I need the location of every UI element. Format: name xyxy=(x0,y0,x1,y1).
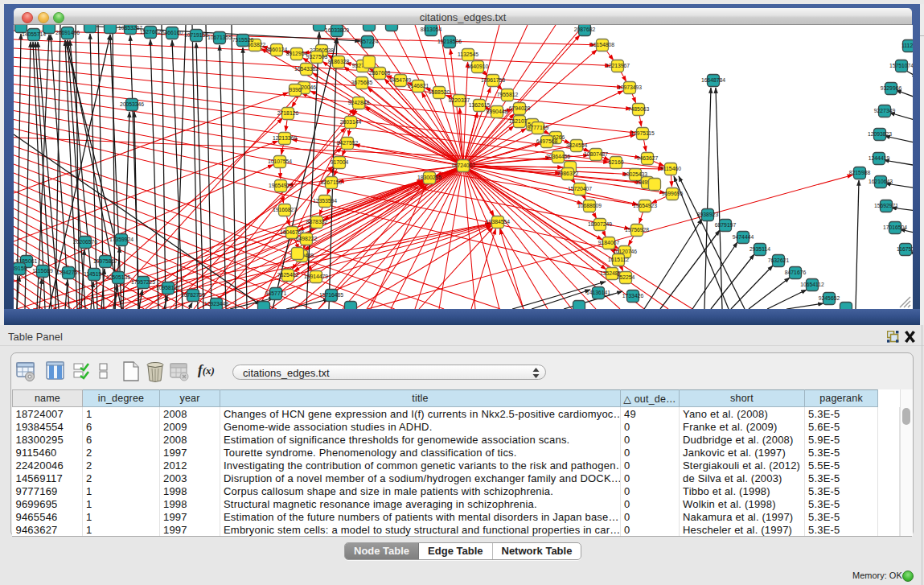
svg-text:7632621: 7632621 xyxy=(768,257,790,263)
svg-text:9327503: 9327503 xyxy=(306,54,328,60)
svg-text:8938923: 8938923 xyxy=(697,212,719,217)
svg-text:16543382: 16543382 xyxy=(294,66,318,72)
svg-text:15716485: 15716485 xyxy=(319,292,343,298)
svg-text:16648784: 16648784 xyxy=(701,77,725,83)
svg-text:1615112: 1615112 xyxy=(608,257,629,262)
svg-text:12213369: 12213369 xyxy=(273,135,297,141)
svg-text:16210643: 16210643 xyxy=(869,179,893,184)
svg-text:6466160: 6466160 xyxy=(162,30,183,35)
svg-text:9777169: 9777169 xyxy=(528,125,549,130)
svg-text:15751074: 15751074 xyxy=(889,63,913,68)
svg-text:14055714: 14055714 xyxy=(22,31,46,37)
svg-text:18724007: 18724007 xyxy=(451,163,475,168)
svg-text:15692971: 15692971 xyxy=(874,203,898,208)
svg-text:12353594: 12353594 xyxy=(313,198,337,204)
svg-text:10807487: 10807487 xyxy=(584,151,608,157)
svg-text:19654923: 19654923 xyxy=(633,203,657,208)
svg-text:16154808: 16154808 xyxy=(590,42,614,47)
svg-text:8912954: 8912954 xyxy=(286,51,308,56)
svg-text:252254: 252254 xyxy=(617,274,635,280)
svg-text:9699695: 9699695 xyxy=(662,191,684,196)
svg-text:917004: 917004 xyxy=(331,159,349,165)
svg-text:19384554: 19384554 xyxy=(486,219,510,225)
svg-text:5640910: 5640910 xyxy=(467,64,489,69)
svg-text:9242848: 9242848 xyxy=(348,100,370,105)
svg-text:10688609: 10688609 xyxy=(577,203,602,208)
svg-text:7955812: 7955812 xyxy=(497,92,519,97)
svg-text:20053346: 20053346 xyxy=(120,101,144,107)
svg-text:1733426: 1733426 xyxy=(622,293,644,299)
svg-text:12213967: 12213967 xyxy=(606,63,630,68)
svg-text:1115689: 1115689 xyxy=(32,268,53,274)
svg-text:20206576: 20206576 xyxy=(73,239,97,245)
svg-text:10671355: 10671355 xyxy=(207,35,232,40)
svg-text:9146821: 9146821 xyxy=(408,83,429,89)
svg-text:12975115: 12975115 xyxy=(630,130,655,136)
svg-text:2803144: 2803144 xyxy=(340,119,362,125)
svg-text:1132545: 1132545 xyxy=(458,51,478,57)
svg-text:16033809: 16033809 xyxy=(325,27,349,33)
svg-text:7485063: 7485063 xyxy=(628,106,650,112)
svg-text:8878332: 8878332 xyxy=(306,219,328,225)
svg-text:9329966: 9329966 xyxy=(881,85,902,91)
svg-text:12505135: 12505135 xyxy=(106,274,130,280)
svg-text:6497568: 6497568 xyxy=(536,138,558,144)
svg-text:18300295: 18300295 xyxy=(417,175,441,180)
svg-text:10961758: 10961758 xyxy=(481,77,505,83)
svg-text:8267150: 8267150 xyxy=(321,179,343,185)
svg-text:7625402: 7625402 xyxy=(277,272,299,278)
svg-text:15720407: 15720407 xyxy=(568,186,592,192)
svg-text:9396: 9396 xyxy=(289,87,301,93)
svg-text:3824554: 3824554 xyxy=(566,142,588,148)
svg-text:62160: 62160 xyxy=(609,159,624,165)
svg-text:8186328: 8186328 xyxy=(328,59,350,64)
svg-text:19218506: 19218506 xyxy=(437,39,462,44)
svg-text:1244419: 1244419 xyxy=(869,155,890,161)
svg-text:18907249: 18907249 xyxy=(588,221,612,227)
svg-text:8813054: 8813054 xyxy=(421,27,442,32)
svg-text:10853267: 10853267 xyxy=(118,25,142,31)
svg-text:1588520: 1588520 xyxy=(429,89,450,95)
svg-text:10654112: 10654112 xyxy=(800,282,824,287)
svg-text:9245652: 9245652 xyxy=(819,295,840,301)
svg-text:2718126: 2718126 xyxy=(277,110,299,116)
svg-text:10975867: 10975867 xyxy=(93,258,117,264)
svg-text:16782759: 16782759 xyxy=(181,292,205,298)
svg-text:10107554: 10107554 xyxy=(268,159,292,164)
svg-text:11123: 11123 xyxy=(901,43,913,48)
svg-text:2087682: 2087682 xyxy=(574,27,596,32)
svg-text:20364456: 20364456 xyxy=(546,154,570,159)
svg-text:19166827: 19166827 xyxy=(273,207,297,212)
svg-text:9474444: 9474444 xyxy=(733,234,754,240)
svg-text:8471676: 8471676 xyxy=(785,270,807,275)
svg-text:16914479: 16914479 xyxy=(304,274,328,279)
svg-text:8220337: 8220337 xyxy=(449,97,470,103)
svg-text:3675685: 3675685 xyxy=(351,80,373,85)
svg-text:10958127: 10958127 xyxy=(156,285,180,290)
svg-text:1362615: 1362615 xyxy=(469,102,491,108)
svg-text:7857224: 7857224 xyxy=(357,39,379,44)
svg-text:6879197: 6879197 xyxy=(715,222,737,228)
svg-text:12093823: 12093823 xyxy=(868,131,892,137)
svg-text:9463627: 9463627 xyxy=(637,155,659,161)
svg-text:12942757: 12942757 xyxy=(56,270,80,275)
svg-text:1527602: 1527602 xyxy=(140,29,162,35)
svg-text:7515526: 7515526 xyxy=(232,37,254,43)
svg-text:8454749: 8454749 xyxy=(390,77,412,83)
svg-text:8427552: 8427552 xyxy=(337,140,359,146)
svg-text:2867608: 2867608 xyxy=(369,70,391,76)
svg-text:6498222: 6498222 xyxy=(296,236,318,241)
svg-text:39159: 39159 xyxy=(14,266,27,271)
svg-text:9115460: 9115460 xyxy=(660,166,681,171)
svg-text:17359924: 17359924 xyxy=(109,237,133,242)
svg-text:6794028: 6794028 xyxy=(509,105,531,111)
svg-text:116753: 116753 xyxy=(897,246,913,252)
svg-text:10973493: 10973493 xyxy=(618,84,642,90)
svg-text:20691406: 20691406 xyxy=(55,30,80,35)
svg-text:17957225: 17957225 xyxy=(131,279,155,285)
svg-text:9227349: 9227349 xyxy=(874,108,896,113)
svg-text:19654925: 19654925 xyxy=(269,183,293,188)
svg-text:8215988: 8215988 xyxy=(849,170,871,175)
svg-text:14136141: 14136141 xyxy=(586,290,610,295)
svg-text:19756928: 19756928 xyxy=(625,227,649,233)
